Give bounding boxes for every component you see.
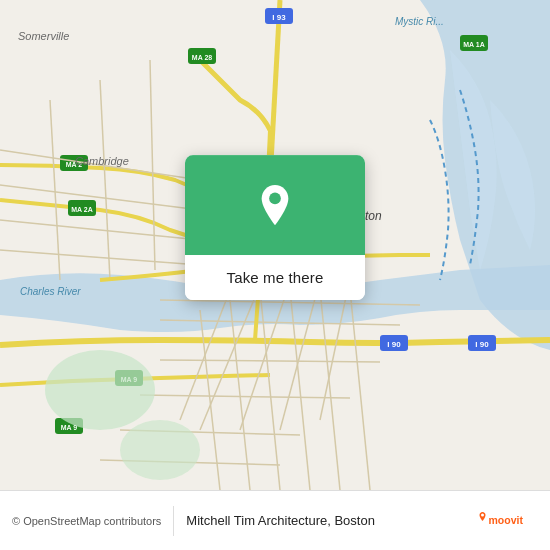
place-info-section: Mitchell Tim Architecture, Boston: [186, 513, 470, 528]
map-view[interactable]: I 93 MA 28 MA 2A MA 2 I 90 I 90 MA 9 MA …: [0, 0, 550, 490]
svg-text:Cambridge: Cambridge: [75, 155, 129, 167]
svg-text:I 90: I 90: [387, 340, 401, 349]
svg-point-51: [269, 193, 281, 205]
svg-text:MA 28: MA 28: [192, 54, 212, 61]
svg-text:I 93: I 93: [272, 13, 286, 22]
take-me-there-button[interactable]: Take me there: [185, 255, 365, 300]
location-popup: Take me there: [185, 155, 365, 300]
svg-text:Somerville: Somerville: [18, 30, 69, 42]
svg-text:Mystic Ri...: Mystic Ri...: [395, 16, 444, 27]
svg-point-52: [481, 513, 484, 516]
bottom-info-bar: © OpenStreetMap contributors Mitchell Ti…: [0, 490, 550, 550]
divider: [173, 506, 174, 536]
moovit-logo: moovit: [478, 507, 538, 535]
svg-point-50: [120, 420, 200, 480]
svg-text:I 90: I 90: [475, 340, 489, 349]
svg-text:moovit: moovit: [489, 514, 524, 526]
location-pin-icon: [255, 185, 295, 225]
svg-text:MA 2A: MA 2A: [71, 206, 93, 213]
svg-text:Charles River: Charles River: [20, 286, 81, 297]
place-name-label: Mitchell Tim Architecture, Boston: [186, 513, 375, 528]
svg-point-49: [45, 350, 155, 430]
svg-text:ton: ton: [365, 209, 382, 223]
svg-text:MA 1A: MA 1A: [463, 41, 485, 48]
osm-attribution-text: © OpenStreetMap contributors: [12, 515, 161, 527]
popup-header: [185, 155, 365, 255]
